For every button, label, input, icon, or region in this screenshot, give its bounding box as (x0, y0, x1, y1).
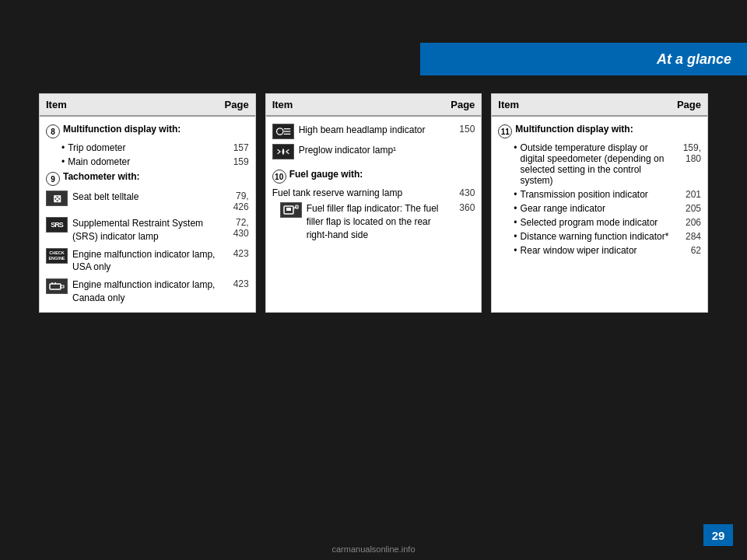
transmission-page: 201 (674, 189, 701, 200)
seat-belt-icon: ⊠ (46, 191, 68, 206)
panel-3: Item Page 11 Multifunction display with:… (491, 93, 708, 313)
svg-line-10 (286, 149, 289, 152)
seat-belt-label: Seat belt telltale (72, 191, 222, 204)
check-engine-usa-label: Engine malfunction indicator lamp, USA o… (72, 248, 222, 275)
bullet-distance-warning: • Distance warning function indicator* 2… (495, 229, 704, 243)
fuel-filler-label: Fuel filler flap indicator: The fuel fil… (307, 202, 448, 241)
page-number: 29 (712, 529, 725, 542)
section-8-title: Multifunction display with: (63, 124, 181, 135)
check-engine-usa-page: 423 (222, 248, 249, 259)
bullet-dot: • (514, 217, 517, 228)
section-num-11: 11 (498, 124, 512, 138)
high-beam-row: High beam headlamp indicator 150 (269, 121, 479, 142)
gear-range-label: Gear range indicator (521, 203, 674, 214)
distance-warning-label: Distance warning function indicator* (521, 231, 674, 242)
section-10: 10 Fuel gauge with: (269, 166, 479, 186)
preglow-label: Preglow indicator lamp¹ (299, 144, 448, 157)
bullet-main-odometer: • Main odometer 159 (43, 155, 252, 169)
page-number-badge: 29 (703, 524, 733, 546)
watermark: carmanualsonline.info (331, 544, 415, 554)
bullet-dot: • (61, 142, 65, 153)
svg-line-9 (277, 152, 280, 154)
preglow-icon (272, 144, 294, 159)
fuel-tank-reserve-row: Fuel tank reserve warning lamp 430 (269, 186, 479, 200)
fuel-tank-reserve-label: Fuel tank reserve warning lamp (272, 187, 448, 198)
panel-2-page-col: Page (451, 99, 475, 110)
fuel-filler-row: Fuel filler flap indicator: The fuel fil… (269, 200, 479, 243)
high-beam-label: High beam headlamp indicator (299, 124, 448, 137)
section-9-title: Tachometer with: (63, 171, 139, 182)
outside-temp-page: 159,180 (674, 142, 701, 164)
srs-icon: SRS (46, 217, 68, 233)
section-num-9: 9 (46, 172, 60, 186)
distance-warning-page: 284 (674, 231, 701, 242)
panel-3-header: Item Page (492, 94, 707, 117)
section-11: 11 Multifunction display with: (495, 121, 704, 141)
bullet-gear-range: • Gear range indicator 205 (495, 201, 704, 215)
bullet-transmission: • Transmission position indicator 201 (495, 187, 704, 201)
panel-2-header: Item Page (266, 94, 482, 117)
section-10-title: Fuel gauge with: (289, 169, 363, 180)
gear-range-page: 205 (674, 203, 701, 214)
trip-odometer-page: 157 (222, 142, 249, 153)
watermark-text: carmanualsonline.info (331, 544, 415, 554)
preglow-row: Preglow indicator lamp¹ (269, 142, 479, 162)
bullet-dot: • (514, 203, 517, 214)
svg-line-8 (277, 149, 280, 152)
section-8: 8 Multifunction display with: (43, 121, 252, 141)
panel-1-header: Item Page (40, 94, 255, 117)
fuel-filler-page: 360 (447, 202, 475, 213)
panel-2-body: High beam headlamp indicator 150 Preglow… (266, 117, 482, 248)
panel-1: Item Page 8 Multifunction display with: … (39, 93, 256, 313)
svg-rect-1 (61, 285, 64, 288)
check-engine-usa-row: CHECKENGINE Engine malfunction indicator… (43, 246, 252, 277)
program-mode-page: 206 (674, 217, 701, 228)
svg-rect-13 (286, 208, 291, 211)
bullet-trip-odometer: • Trip odometer 157 (43, 141, 252, 155)
main-odometer-page: 159 (222, 156, 249, 167)
srs-label: Supplemental Restraint System (SRS) indi… (72, 217, 222, 243)
engine-canada-row: Engine malfunction indicator lamp, Canad… (43, 276, 252, 307)
section-11-title: Multifunction display with: (515, 124, 633, 135)
header-title: At a glance (657, 51, 731, 68)
panel-2-item-col: Item (272, 99, 293, 110)
panel-3-body: 11 Multifunction display with: • Outside… (492, 117, 707, 262)
section-num-10: 10 (272, 170, 286, 184)
panel-2: Item Page High beam headlamp indicator 1… (265, 93, 482, 313)
svg-point-4 (276, 128, 282, 135)
section-9: 9 Tachometer with: (43, 169, 252, 188)
rear-wiper-page: 62 (674, 245, 701, 256)
svg-rect-15 (296, 205, 298, 208)
main-odometer-label: Main odometer (68, 156, 221, 167)
program-mode-label: Selected program mode indicator (521, 217, 674, 228)
engine-canada-label: Engine malfunction indicator lamp, Canad… (72, 278, 222, 305)
section-num-8: 8 (46, 124, 60, 138)
srs-page: 72,430 (222, 217, 249, 239)
bullet-dot: • (514, 142, 517, 153)
check-engine-usa-icon: CHECKENGINE (46, 248, 68, 264)
fuel-filler-icon (280, 202, 302, 218)
bullet-dot: • (514, 231, 517, 242)
trip-odometer-label: Trip odometer (68, 142, 221, 153)
transmission-label: Transmission position indicator (521, 189, 674, 200)
bullet-outside-temp: • Outside temperature display or digital… (495, 141, 704, 187)
seat-belt-row: ⊠ Seat belt telltale 79,426 (43, 188, 252, 215)
bullet-program-mode: • Selected program mode indicator 206 (495, 215, 704, 229)
bullet-dot: • (514, 245, 517, 256)
engine-canada-page: 423 (222, 278, 249, 289)
header-bar: At a glance (420, 43, 747, 75)
srs-row: SRS Supplemental Restraint System (SRS) … (43, 215, 252, 246)
high-beam-page: 150 (447, 124, 475, 135)
panel-3-item-col: Item (498, 99, 519, 110)
bullet-dot: • (514, 189, 517, 200)
engine-canada-icon (46, 278, 68, 294)
seat-belt-page: 79,426 (222, 191, 249, 212)
panel-1-body: 8 Multifunction display with: • Trip odo… (40, 117, 255, 312)
svg-line-11 (286, 152, 289, 154)
outside-temp-label: Outside temperature display or digital s… (521, 142, 674, 186)
svg-rect-0 (50, 284, 61, 289)
high-beam-icon (272, 124, 294, 139)
bullet-dot: • (61, 156, 65, 167)
panel-1-page-col: Page (225, 99, 249, 110)
fuel-tank-reserve-page: 430 (447, 187, 475, 198)
